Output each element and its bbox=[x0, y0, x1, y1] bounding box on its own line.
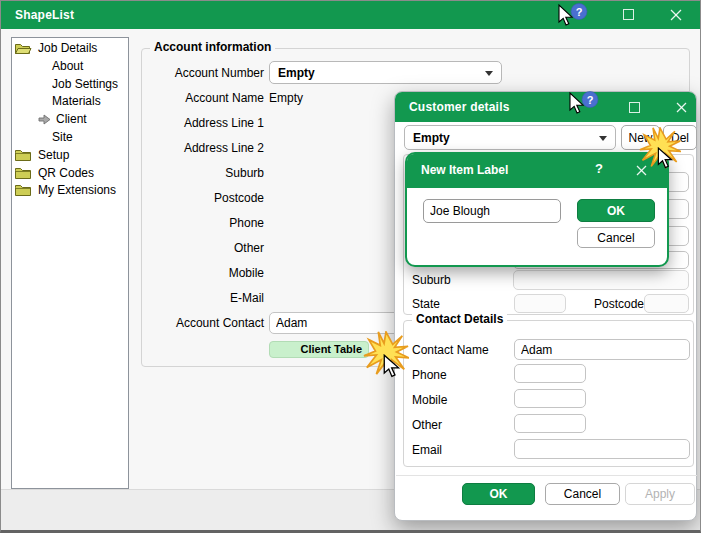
other-input[interactable] bbox=[514, 414, 586, 433]
folder-open-icon bbox=[14, 41, 32, 56]
tree-item-site[interactable]: Site bbox=[52, 129, 73, 145]
tree-item-label: QR Codes bbox=[38, 165, 94, 181]
close-button[interactable] bbox=[669, 8, 683, 22]
email-label: Email bbox=[412, 443, 442, 457]
close-icon bbox=[635, 164, 648, 177]
tree-item-materials[interactable]: Materials bbox=[52, 93, 101, 109]
phone-label: Phone bbox=[139, 211, 264, 235]
dialog-close-button[interactable] bbox=[675, 101, 688, 114]
tree-item-job-settings[interactable]: Job Settings bbox=[52, 76, 118, 92]
new-item-name-input[interactable] bbox=[423, 199, 561, 223]
address-line-1-label: Address Line 1 bbox=[139, 111, 264, 135]
mobile-input[interactable] bbox=[514, 389, 586, 408]
account-contact-label: Account Contact bbox=[139, 311, 264, 335]
main-titlebar[interactable]: ShapeList bbox=[1, 1, 700, 29]
email-input[interactable] bbox=[514, 439, 690, 459]
suburb-label: Suburb bbox=[412, 273, 451, 287]
address-line-2-label: Address Line 2 bbox=[139, 136, 264, 160]
dialog-maximize-button[interactable] bbox=[629, 102, 640, 113]
account-number-combo[interactable]: Empty bbox=[269, 61, 502, 84]
tree-item-label: Client bbox=[56, 111, 87, 127]
suburb-input[interactable] bbox=[513, 270, 689, 290]
tree-item-about[interactable]: About bbox=[52, 58, 83, 74]
popup-ok-button[interactable]: OK bbox=[577, 199, 655, 222]
group-title: Contact Details bbox=[412, 312, 507, 326]
account-number-label: Account Number bbox=[139, 61, 264, 85]
tree-item-label: Site bbox=[52, 130, 73, 144]
client-table-button[interactable]: Client Table bbox=[269, 341, 369, 358]
customer-combo[interactable]: Empty bbox=[404, 125, 616, 150]
dialog-separator bbox=[396, 475, 697, 476]
folder-icon bbox=[14, 183, 32, 198]
phone-input[interactable] bbox=[514, 364, 586, 383]
navigation-tree: Job Details About Job Settings Materials… bbox=[11, 37, 129, 489]
combo-value: Empty bbox=[413, 131, 450, 145]
dialog-cancel-button[interactable]: Cancel bbox=[545, 483, 620, 505]
popup-close-button[interactable] bbox=[635, 164, 648, 177]
other-label: Other bbox=[412, 418, 442, 432]
chevron-down-icon bbox=[599, 136, 607, 141]
popup-title: New Item Label bbox=[421, 163, 508, 177]
dialog-titlebar[interactable]: Customer details bbox=[395, 92, 696, 122]
shapelist-window: ShapeList Job Details About Job Settings… bbox=[0, 0, 701, 533]
selected-arrow-icon bbox=[38, 114, 51, 125]
window-title: ShapeList bbox=[15, 8, 74, 22]
dialog-ok-button[interactable]: OK bbox=[462, 483, 535, 505]
combo-value: Empty bbox=[278, 66, 315, 80]
help-icon[interactable]: ? bbox=[595, 161, 603, 176]
chevron-down-icon bbox=[485, 71, 493, 76]
tree-item-label: Job Settings bbox=[52, 77, 118, 91]
account-name-label: Account Name bbox=[139, 86, 264, 110]
folder-icon bbox=[14, 148, 32, 163]
email-label: E-Mail bbox=[139, 286, 264, 310]
new-item-label-popup: New Item Label ? OK Cancel bbox=[405, 152, 669, 267]
mobile-label: Mobile bbox=[139, 261, 264, 285]
postcode-label: Postcode bbox=[139, 186, 264, 210]
state-input[interactable] bbox=[514, 294, 566, 313]
contact-name-label: Contact Name bbox=[412, 343, 489, 357]
maximize-button[interactable] bbox=[623, 9, 634, 20]
postcode-input[interactable] bbox=[644, 294, 689, 313]
close-icon bbox=[669, 8, 683, 22]
del-button[interactable]: Del bbox=[663, 125, 697, 150]
popup-cancel-button[interactable]: Cancel bbox=[577, 227, 655, 248]
dialog-apply-button[interactable]: Apply bbox=[625, 483, 695, 505]
tree-item-label: Materials bbox=[52, 94, 101, 108]
new-button[interactable]: New bbox=[621, 125, 660, 150]
suburb-label: Suburb bbox=[139, 161, 264, 185]
tree-item-label: My Extensions bbox=[38, 182, 116, 198]
account-name-value: Empty bbox=[269, 86, 303, 110]
postcode-label: Postcode bbox=[594, 297, 644, 311]
group-title: Account information bbox=[150, 40, 275, 54]
dialog-title: Customer details bbox=[409, 100, 510, 114]
popup-titlebar[interactable]: New Item Label ? bbox=[407, 154, 667, 188]
close-icon bbox=[675, 101, 688, 114]
state-label: State bbox=[412, 297, 440, 311]
phone-label: Phone bbox=[412, 368, 447, 382]
mobile-label: Mobile bbox=[412, 393, 447, 407]
contact-details-group: Contact Details Contact Name Phone Mobil… bbox=[403, 320, 694, 467]
other-label: Other bbox=[139, 236, 264, 260]
tree-item-label: Setup bbox=[38, 147, 69, 163]
contact-name-input[interactable] bbox=[514, 339, 690, 360]
tree-item-label: Job Details bbox=[38, 40, 97, 56]
tree-item-label: About bbox=[52, 59, 83, 73]
folder-icon bbox=[14, 166, 32, 181]
